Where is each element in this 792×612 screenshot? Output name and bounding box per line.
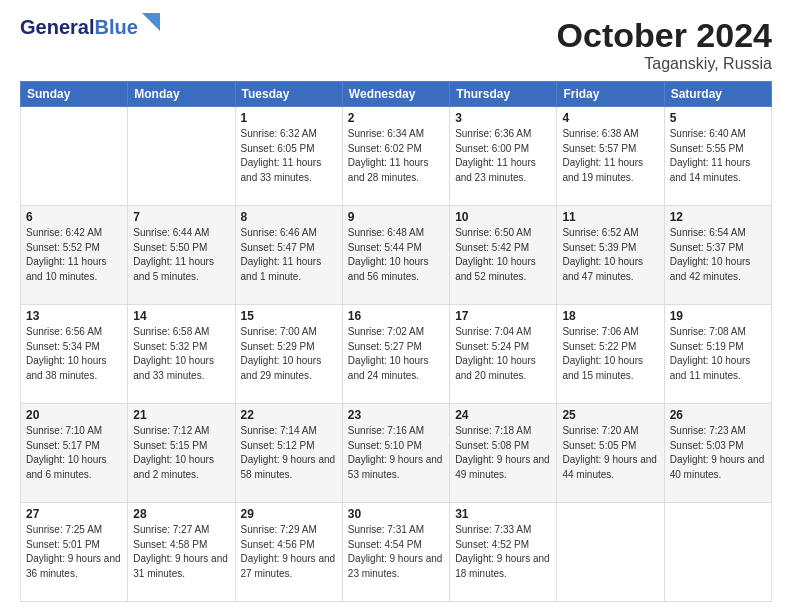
day-cell: 26Sunrise: 7:23 AMSunset: 5:03 PMDayligh… bbox=[664, 404, 771, 503]
day-cell: 17Sunrise: 7:04 AMSunset: 5:24 PMDayligh… bbox=[450, 305, 557, 404]
day-cell bbox=[21, 107, 128, 206]
page: GeneralBlue October 2024 Taganskiy, Russ… bbox=[0, 0, 792, 612]
day-number: 29 bbox=[241, 507, 337, 521]
day-number: 22 bbox=[241, 408, 337, 422]
day-detail: Sunrise: 7:06 AMSunset: 5:22 PMDaylight:… bbox=[562, 325, 658, 383]
weekday-header-tuesday: Tuesday bbox=[235, 82, 342, 107]
day-detail: Sunrise: 7:14 AMSunset: 5:12 PMDaylight:… bbox=[241, 424, 337, 482]
weekday-header-thursday: Thursday bbox=[450, 82, 557, 107]
day-cell: 8Sunrise: 6:46 AMSunset: 5:47 PMDaylight… bbox=[235, 206, 342, 305]
day-number: 21 bbox=[133, 408, 229, 422]
day-number: 19 bbox=[670, 309, 766, 323]
day-detail: Sunrise: 7:20 AMSunset: 5:05 PMDaylight:… bbox=[562, 424, 658, 482]
day-detail: Sunrise: 6:56 AMSunset: 5:34 PMDaylight:… bbox=[26, 325, 122, 383]
day-detail: Sunrise: 7:00 AMSunset: 5:29 PMDaylight:… bbox=[241, 325, 337, 383]
week-row-1: 1Sunrise: 6:32 AMSunset: 6:05 PMDaylight… bbox=[21, 107, 772, 206]
day-detail: Sunrise: 7:33 AMSunset: 4:52 PMDaylight:… bbox=[455, 523, 551, 581]
day-number: 4 bbox=[562, 111, 658, 125]
day-number: 30 bbox=[348, 507, 444, 521]
week-row-2: 6Sunrise: 6:42 AMSunset: 5:52 PMDaylight… bbox=[21, 206, 772, 305]
day-detail: Sunrise: 7:08 AMSunset: 5:19 PMDaylight:… bbox=[670, 325, 766, 383]
day-cell bbox=[557, 503, 664, 602]
day-number: 31 bbox=[455, 507, 551, 521]
day-detail: Sunrise: 6:58 AMSunset: 5:32 PMDaylight:… bbox=[133, 325, 229, 383]
day-number: 20 bbox=[26, 408, 122, 422]
logo-blue: Blue bbox=[94, 16, 137, 38]
day-detail: Sunrise: 6:46 AMSunset: 5:47 PMDaylight:… bbox=[241, 226, 337, 284]
day-number: 5 bbox=[670, 111, 766, 125]
day-number: 9 bbox=[348, 210, 444, 224]
week-row-3: 13Sunrise: 6:56 AMSunset: 5:34 PMDayligh… bbox=[21, 305, 772, 404]
day-cell: 30Sunrise: 7:31 AMSunset: 4:54 PMDayligh… bbox=[342, 503, 449, 602]
day-cell: 7Sunrise: 6:44 AMSunset: 5:50 PMDaylight… bbox=[128, 206, 235, 305]
day-number: 10 bbox=[455, 210, 551, 224]
day-number: 11 bbox=[562, 210, 658, 224]
header: GeneralBlue October 2024 Taganskiy, Russ… bbox=[20, 16, 772, 73]
weekday-header-saturday: Saturday bbox=[664, 82, 771, 107]
day-detail: Sunrise: 7:18 AMSunset: 5:08 PMDaylight:… bbox=[455, 424, 551, 482]
day-number: 13 bbox=[26, 309, 122, 323]
logo-arrow-icon bbox=[142, 13, 160, 35]
day-detail: Sunrise: 6:40 AMSunset: 5:55 PMDaylight:… bbox=[670, 127, 766, 185]
week-row-4: 20Sunrise: 7:10 AMSunset: 5:17 PMDayligh… bbox=[21, 404, 772, 503]
day-number: 28 bbox=[133, 507, 229, 521]
logo: GeneralBlue bbox=[20, 16, 160, 38]
day-detail: Sunrise: 7:23 AMSunset: 5:03 PMDaylight:… bbox=[670, 424, 766, 482]
day-detail: Sunrise: 7:04 AMSunset: 5:24 PMDaylight:… bbox=[455, 325, 551, 383]
day-number: 8 bbox=[241, 210, 337, 224]
weekday-header-monday: Monday bbox=[128, 82, 235, 107]
day-detail: Sunrise: 6:50 AMSunset: 5:42 PMDaylight:… bbox=[455, 226, 551, 284]
day-detail: Sunrise: 7:27 AMSunset: 4:58 PMDaylight:… bbox=[133, 523, 229, 581]
logo-text: GeneralBlue bbox=[20, 16, 138, 38]
logo-general: General bbox=[20, 16, 94, 38]
day-detail: Sunrise: 6:32 AMSunset: 6:05 PMDaylight:… bbox=[241, 127, 337, 185]
day-detail: Sunrise: 6:48 AMSunset: 5:44 PMDaylight:… bbox=[348, 226, 444, 284]
day-number: 17 bbox=[455, 309, 551, 323]
day-number: 18 bbox=[562, 309, 658, 323]
day-cell: 21Sunrise: 7:12 AMSunset: 5:15 PMDayligh… bbox=[128, 404, 235, 503]
day-detail: Sunrise: 7:25 AMSunset: 5:01 PMDaylight:… bbox=[26, 523, 122, 581]
day-cell: 9Sunrise: 6:48 AMSunset: 5:44 PMDaylight… bbox=[342, 206, 449, 305]
day-detail: Sunrise: 6:42 AMSunset: 5:52 PMDaylight:… bbox=[26, 226, 122, 284]
day-cell: 25Sunrise: 7:20 AMSunset: 5:05 PMDayligh… bbox=[557, 404, 664, 503]
day-cell: 29Sunrise: 7:29 AMSunset: 4:56 PMDayligh… bbox=[235, 503, 342, 602]
day-cell: 4Sunrise: 6:38 AMSunset: 5:57 PMDaylight… bbox=[557, 107, 664, 206]
day-detail: Sunrise: 6:38 AMSunset: 5:57 PMDaylight:… bbox=[562, 127, 658, 185]
day-detail: Sunrise: 6:44 AMSunset: 5:50 PMDaylight:… bbox=[133, 226, 229, 284]
day-cell: 16Sunrise: 7:02 AMSunset: 5:27 PMDayligh… bbox=[342, 305, 449, 404]
day-number: 1 bbox=[241, 111, 337, 125]
day-cell: 24Sunrise: 7:18 AMSunset: 5:08 PMDayligh… bbox=[450, 404, 557, 503]
day-cell: 23Sunrise: 7:16 AMSunset: 5:10 PMDayligh… bbox=[342, 404, 449, 503]
day-cell: 20Sunrise: 7:10 AMSunset: 5:17 PMDayligh… bbox=[21, 404, 128, 503]
day-detail: Sunrise: 7:31 AMSunset: 4:54 PMDaylight:… bbox=[348, 523, 444, 581]
day-cell: 15Sunrise: 7:00 AMSunset: 5:29 PMDayligh… bbox=[235, 305, 342, 404]
day-cell: 1Sunrise: 6:32 AMSunset: 6:05 PMDaylight… bbox=[235, 107, 342, 206]
day-cell: 28Sunrise: 7:27 AMSunset: 4:58 PMDayligh… bbox=[128, 503, 235, 602]
weekday-header-friday: Friday bbox=[557, 82, 664, 107]
day-number: 12 bbox=[670, 210, 766, 224]
day-cell: 12Sunrise: 6:54 AMSunset: 5:37 PMDayligh… bbox=[664, 206, 771, 305]
day-cell: 19Sunrise: 7:08 AMSunset: 5:19 PMDayligh… bbox=[664, 305, 771, 404]
day-number: 27 bbox=[26, 507, 122, 521]
day-detail: Sunrise: 7:10 AMSunset: 5:17 PMDaylight:… bbox=[26, 424, 122, 482]
day-detail: Sunrise: 6:54 AMSunset: 5:37 PMDaylight:… bbox=[670, 226, 766, 284]
day-cell bbox=[128, 107, 235, 206]
day-cell: 6Sunrise: 6:42 AMSunset: 5:52 PMDaylight… bbox=[21, 206, 128, 305]
day-number: 14 bbox=[133, 309, 229, 323]
weekday-header-row: SundayMondayTuesdayWednesdayThursdayFrid… bbox=[21, 82, 772, 107]
day-cell bbox=[664, 503, 771, 602]
day-number: 3 bbox=[455, 111, 551, 125]
day-cell: 5Sunrise: 6:40 AMSunset: 5:55 PMDaylight… bbox=[664, 107, 771, 206]
day-cell: 31Sunrise: 7:33 AMSunset: 4:52 PMDayligh… bbox=[450, 503, 557, 602]
day-detail: Sunrise: 7:12 AMSunset: 5:15 PMDaylight:… bbox=[133, 424, 229, 482]
weekday-header-sunday: Sunday bbox=[21, 82, 128, 107]
calendar-table: SundayMondayTuesdayWednesdayThursdayFrid… bbox=[20, 81, 772, 602]
week-row-5: 27Sunrise: 7:25 AMSunset: 5:01 PMDayligh… bbox=[21, 503, 772, 602]
day-cell: 2Sunrise: 6:34 AMSunset: 6:02 PMDaylight… bbox=[342, 107, 449, 206]
day-number: 25 bbox=[562, 408, 658, 422]
day-cell: 14Sunrise: 6:58 AMSunset: 5:32 PMDayligh… bbox=[128, 305, 235, 404]
day-detail: Sunrise: 6:36 AMSunset: 6:00 PMDaylight:… bbox=[455, 127, 551, 185]
day-number: 24 bbox=[455, 408, 551, 422]
day-cell: 11Sunrise: 6:52 AMSunset: 5:39 PMDayligh… bbox=[557, 206, 664, 305]
day-detail: Sunrise: 6:34 AMSunset: 6:02 PMDaylight:… bbox=[348, 127, 444, 185]
